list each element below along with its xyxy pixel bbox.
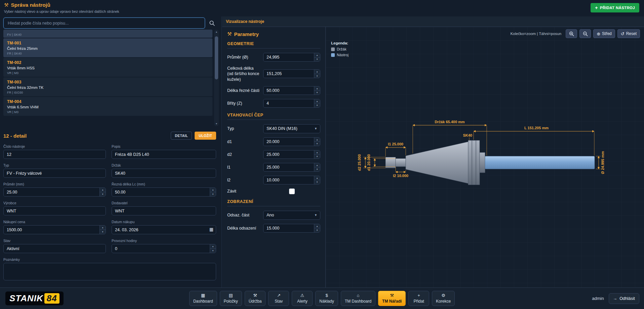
tool-list-item-partial[interactable]: FV | SK40 bbox=[3, 30, 212, 38]
spinner-up-icon[interactable]: ▲ bbox=[314, 87, 320, 91]
cutting-length-input[interactable] bbox=[112, 187, 216, 197]
nav-tm-naradi[interactable]: ⚒ TM Nářadí bbox=[378, 291, 406, 306]
tool-list-item[interactable]: TM-002 Vrták 8mm HSS VR | M3 bbox=[3, 58, 212, 77]
stud-type-select[interactable]: SK40 DIN (M16) ▼ bbox=[263, 124, 320, 133]
parameters-panel: ⚒ Parametry GEOMETRIE Průměr (Ø) ▲▼ Celk… bbox=[222, 27, 326, 287]
spinner-up-icon[interactable]: ▲ bbox=[314, 150, 320, 155]
spinner-down-icon[interactable]: ▼ bbox=[314, 142, 320, 146]
spinner-up-icon[interactable]: ▲ bbox=[314, 99, 320, 104]
legend-swatch-holder bbox=[331, 47, 335, 51]
param-flutes-input[interactable] bbox=[263, 99, 320, 108]
number-spinner: ▲▼ bbox=[314, 176, 320, 184]
spinner-up-icon[interactable]: ▲ bbox=[314, 176, 320, 180]
param-cutting-length-input[interactable] bbox=[263, 86, 320, 95]
spinner-down-icon[interactable]: ▼ bbox=[100, 230, 106, 234]
items-icon: ▤ bbox=[229, 293, 233, 298]
param-d1-input[interactable] bbox=[263, 137, 320, 146]
spinner-down-icon[interactable]: ▼ bbox=[314, 180, 320, 184]
spinner-down-icon[interactable]: ▼ bbox=[314, 228, 320, 232]
spinner-up-icon[interactable]: ▲ bbox=[100, 226, 106, 230]
purchase-price-input[interactable] bbox=[3, 225, 106, 234]
thread-checkbox[interactable] bbox=[289, 188, 295, 194]
manufacturer-input[interactable] bbox=[3, 206, 106, 215]
param-row-thread: Závit bbox=[227, 188, 320, 194]
add-tool-button[interactable]: + PŘIDAT NÁSTROJ bbox=[591, 3, 639, 12]
zoom-in-button[interactable] bbox=[566, 29, 577, 38]
zoom-out-button[interactable] bbox=[579, 29, 591, 38]
tool-list-item[interactable]: TM-003 Čelní fréza 32mm TK FR | ISO30 bbox=[3, 77, 212, 96]
spinner-up-icon[interactable]: ▲ bbox=[314, 224, 320, 229]
tool-code: TM-004 bbox=[7, 99, 209, 104]
spinner-down-icon[interactable]: ▼ bbox=[314, 74, 320, 78]
supplier-input[interactable] bbox=[112, 206, 216, 215]
nav-polozky[interactable]: ▤ Položky bbox=[220, 291, 242, 306]
nav-pridat[interactable]: + Přidat bbox=[408, 291, 429, 306]
field-label: Stav bbox=[3, 239, 106, 243]
plus-icon: + bbox=[417, 293, 420, 298]
tool-list-item[interactable]: TM-001 Čelní fréza 25mm FR | SK40 bbox=[3, 38, 212, 57]
spinner-up-icon[interactable]: ▲ bbox=[210, 244, 216, 249]
param-l1-input[interactable] bbox=[263, 163, 320, 172]
description-input[interactable] bbox=[112, 150, 216, 159]
spinner-down-icon[interactable]: ▼ bbox=[210, 249, 216, 253]
add-tool-label: PŘIDAT NÁSTROJ bbox=[600, 6, 635, 10]
spinner-down-icon[interactable]: ▼ bbox=[314, 103, 320, 107]
operating-hours-input[interactable] bbox=[112, 244, 216, 253]
param-label: Typ bbox=[227, 126, 263, 131]
type-input[interactable] bbox=[3, 169, 106, 178]
spinner-up-icon[interactable]: ▲ bbox=[314, 163, 320, 168]
tool-name: Vrták 8mm HSS bbox=[7, 66, 209, 70]
spinner-up-icon[interactable]: ▲ bbox=[314, 70, 320, 74]
param-offset-length-input[interactable] bbox=[263, 224, 320, 233]
reset-button[interactable]: ↺ Reset bbox=[617, 29, 640, 38]
detail-button[interactable]: DETAIL bbox=[171, 132, 192, 140]
spinner-down-icon[interactable]: ▼ bbox=[100, 192, 106, 196]
spinner-up-icon[interactable]: ▲ bbox=[100, 188, 106, 192]
spinner-down-icon[interactable]: ▼ bbox=[314, 167, 320, 171]
tool-number-input[interactable] bbox=[3, 150, 106, 159]
spinner-down-icon[interactable]: ▼ bbox=[314, 58, 320, 62]
save-button[interactable]: ULOŽIT bbox=[195, 132, 216, 140]
diameter-input[interactable] bbox=[3, 187, 106, 197]
logo: STANIK 84 bbox=[5, 291, 64, 305]
status-input[interactable] bbox=[3, 244, 106, 253]
logout-button[interactable]: → Odhlásit bbox=[609, 293, 639, 304]
nav-stav[interactable]: ↗ Stav bbox=[268, 291, 289, 306]
param-d2-input[interactable] bbox=[263, 150, 320, 159]
param-diameter-input[interactable] bbox=[263, 53, 320, 62]
nav-korekce[interactable]: ⚙ Korekce bbox=[432, 291, 455, 306]
calendar-icon[interactable]: ▦ bbox=[209, 227, 213, 232]
tool-name: Čelní fréza 32mm TK bbox=[7, 85, 209, 90]
field-label: Průměr (mm) bbox=[3, 182, 106, 186]
status-icon: ↗ bbox=[277, 293, 281, 298]
scroll-down-icon[interactable]: ▾ bbox=[216, 122, 217, 126]
tool-drawing[interactable]: Držák 65.400 mm L 151.205 mm SK40 l1 25.… bbox=[326, 27, 644, 287]
nav-alerty[interactable]: ⚠ Alerty bbox=[292, 291, 313, 306]
tool-list-scrollbar[interactable]: ▴ ▾ bbox=[214, 30, 219, 126]
search-icon[interactable] bbox=[209, 20, 215, 26]
param-l2-input[interactable] bbox=[263, 176, 320, 184]
spinner-up-icon[interactable]: ▲ bbox=[314, 53, 320, 58]
spinner-up-icon[interactable]: ▲ bbox=[314, 138, 320, 142]
spinner-up-icon[interactable]: ▲ bbox=[210, 188, 216, 192]
spinner-down-icon[interactable]: ▼ bbox=[314, 91, 320, 95]
visualization-canvas[interactable]: Kolečko=zoom | Táhni=posun ⊕ Střed ↺ Res… bbox=[326, 27, 644, 287]
tool-meta: VR | M3 bbox=[7, 110, 209, 114]
nav-naklady[interactable]: $ Náklady bbox=[315, 291, 338, 306]
purchase-date-input[interactable] bbox=[112, 225, 216, 234]
spinner-down-icon[interactable]: ▼ bbox=[314, 154, 320, 159]
offset-part-select[interactable]: Ano ▼ bbox=[263, 211, 320, 220]
parameters-title: ⚒ Parametry bbox=[227, 31, 320, 37]
nav-udrzba[interactable]: ⚒ Údržba bbox=[245, 291, 266, 306]
holder-input[interactable] bbox=[112, 169, 216, 178]
center-button[interactable]: ⊕ Střed bbox=[593, 29, 615, 38]
param-total-length-input[interactable] bbox=[263, 69, 320, 78]
search-input[interactable] bbox=[3, 18, 205, 29]
scroll-up-icon[interactable]: ▴ bbox=[216, 30, 217, 34]
nav-tm-dashboard[interactable]: ⌂ TM Dashboard bbox=[341, 291, 375, 306]
notes-textarea[interactable] bbox=[3, 263, 216, 280]
nav-dashboard[interactable]: ▦ Dashboard bbox=[189, 291, 217, 306]
scrollbar-thumb[interactable] bbox=[215, 36, 218, 79]
tool-list-item[interactable]: TM-004 Vrták 6.5mm VHM VR | M3 bbox=[3, 97, 212, 116]
spinner-down-icon[interactable]: ▼ bbox=[210, 192, 216, 196]
